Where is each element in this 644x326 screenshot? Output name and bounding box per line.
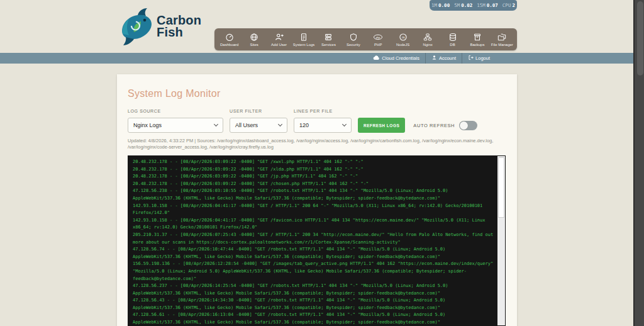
load-1m-value: 0.00 (438, 3, 450, 8)
log-line: 47.128.56.43 - - [08/Apr/2026:14:34:30 -… (133, 297, 494, 312)
lines-per-file-group: LINES PER FILE 120 (294, 109, 352, 133)
nav-label: Sites (250, 43, 258, 47)
nav-label: Nginx (423, 43, 432, 47)
server-icon (324, 33, 333, 42)
log-line: 47.128.56.238 - - [08/Apr/2026:03:10:55 … (133, 188, 494, 202)
log-line: 20.48.232.178 - - [08/Apr/2026:03:09:22 … (133, 173, 494, 181)
filter-toolbar: LOG SOURCE Nginx Logs USER FILTER All Us… (128, 109, 477, 133)
chevron-down-icon (278, 122, 282, 126)
main-navigation: Dashboard Sites Add User System Logs Ser… (214, 28, 517, 50)
nav-item-nodejs[interactable]: JS NodeJS (391, 28, 415, 50)
chevron-down-icon (214, 122, 218, 126)
nav-item-sites[interactable]: Sites (242, 28, 266, 50)
brand-name: Carbon Fish (157, 14, 201, 38)
page-title: System Log Monitor (128, 88, 221, 99)
load-cpu: CPU 2 (502, 3, 515, 8)
app-viewport: 1M 0.00 5M 0.02 15M 0.07 CPU 2 (0, 0, 644, 326)
log-line: 156.59.198.136 - - [08/Apr/2026:12:28:54… (133, 261, 494, 283)
nav-label: Add User (271, 43, 287, 47)
user-filter-value: All Users (235, 122, 258, 128)
terminal-scrollbar[interactable] (497, 156, 505, 325)
lines-per-file-select[interactable]: 120 (294, 118, 352, 133)
svg-text:JS: JS (401, 35, 404, 38)
cloud-icon (373, 55, 380, 62)
log-line: 47.128.56.74 - - [08/Apr/2026:10:47:44 -… (133, 246, 494, 261)
nav-item-php[interactable]: php PHP (366, 28, 391, 50)
load-15m-label: 15M (477, 3, 486, 8)
user-filter-select[interactable]: All Users (230, 118, 287, 133)
nav-item-system-logs[interactable]: System Logs (291, 28, 316, 50)
terminal-scrollbar-thumb[interactable] (498, 157, 504, 218)
cloud-credentials-link[interactable]: Cloud Credentials (367, 53, 425, 64)
shield-icon (349, 33, 358, 42)
chevron-down-icon (342, 122, 347, 126)
page-scrollbar[interactable] (633, 0, 644, 326)
nav-item-nginx[interactable]: Nginx (415, 28, 440, 50)
utility-bar: Cloud Credentials Account Logout (0, 53, 633, 64)
nodejs-icon: JS (399, 33, 408, 42)
file-text-icon (299, 33, 308, 42)
nav-item-backups[interactable]: Backups (465, 28, 489, 50)
logout-label: Logout (475, 55, 490, 61)
page-scrollbar-thumb[interactable] (637, 1, 643, 76)
nav-label: Security (347, 43, 360, 47)
toggle-knob (460, 121, 468, 130)
lines-per-file-value: 120 (299, 122, 309, 128)
nav-label: Services (321, 43, 336, 47)
log-source-value: Nginx Logs (133, 122, 162, 128)
log-line: 47.128.56.61 - - [08/Apr/2026:16:13:04 -… (133, 312, 494, 326)
load-5m-value: 0.02 (461, 3, 472, 8)
php-icon: php (373, 33, 383, 42)
nav-item-db[interactable]: DB (440, 28, 465, 50)
nav-label: System Logs (293, 43, 315, 47)
user-plus-icon (275, 33, 284, 42)
user-icon (431, 55, 437, 62)
globe-icon (250, 33, 258, 42)
status-line: Updated: 4/8/2026, 4:33:22 PM | Sources:… (128, 138, 501, 150)
cloud-credentials-label: Cloud Credentials (382, 55, 419, 61)
svg-text:php: php (376, 35, 380, 38)
load-15m: 15M 0.07 (477, 3, 498, 8)
log-line: 142.93.10.158 - - [08/Apr/2026:04:41:17 … (133, 217, 494, 232)
log-output: 20.48.232.178 - - [08/Apr/2026:03:09:22 … (133, 159, 494, 326)
load-cpu-label: CPU (502, 3, 511, 8)
nav-item-dashboard[interactable]: Dashboard (217, 28, 242, 50)
log-line: 142.93.10.158 - - [08/Apr/2026:04:41:17 … (133, 203, 494, 217)
folders-icon (497, 33, 506, 42)
lines-per-file-label: LINES PER FILE (294, 109, 352, 113)
nav-item-security[interactable]: Security (341, 28, 365, 50)
load-5m-label: 5M (454, 3, 460, 8)
log-source-label: LOG SOURCE (128, 109, 223, 113)
logout-link[interactable]: Logout (462, 53, 496, 64)
refresh-logs-button[interactable]: REFRESH LOGS (358, 118, 405, 133)
load-5m: 5M 0.02 (454, 3, 472, 8)
account-label: Account (439, 55, 456, 61)
log-source-select[interactable]: Nginx Logs (128, 118, 223, 133)
log-line: 20.48.232.178 - - [08/Apr/2026:03:09:22 … (133, 181, 494, 188)
account-link[interactable]: Account (425, 53, 462, 64)
log-source-group: LOG SOURCE Nginx Logs (128, 109, 223, 133)
load-15m-value: 0.07 (487, 3, 498, 8)
log-line: 47.128.56.237 - - [08/Apr/2026:14:25:54 … (133, 283, 494, 297)
nav-item-file-manager[interactable]: File Manager (490, 28, 514, 50)
log-terminal[interactable]: 20.48.232.178 - - [08/Apr/2026:03:09:22 … (128, 155, 506, 326)
nav-label: DB (450, 43, 455, 47)
sitemap-icon (423, 33, 432, 42)
database-icon (448, 33, 457, 42)
log-line: 20.48.232.178 - - [08/Apr/2026:03:09:22 … (133, 166, 494, 174)
log-line: 205.210.31.37 - - [08/Apr/2026:07:25:43 … (133, 232, 494, 246)
auto-refresh-toggle[interactable] (459, 121, 477, 130)
load-cpu-value: 2 (512, 3, 515, 8)
brand-name-line2: Fish (157, 26, 201, 38)
brand-logo[interactable]: Carbon Fish (115, 6, 201, 49)
fish-logo-icon (115, 6, 155, 49)
load-stats-widget: 1M 0.00 5M 0.02 15M 0.07 CPU 2 (430, 0, 517, 11)
user-filter-group: USER FILTER All Users (230, 109, 287, 133)
user-filter-label: USER FILTER (230, 109, 287, 113)
auto-refresh-label: AUTO REFRESH (413, 123, 455, 128)
load-1m: 1M 0.00 (431, 3, 450, 8)
nav-item-add-user[interactable]: Add User (267, 28, 291, 50)
nav-label: Dashboard (220, 43, 238, 47)
gauge-icon (225, 33, 234, 42)
nav-item-services[interactable]: Services (316, 28, 341, 50)
